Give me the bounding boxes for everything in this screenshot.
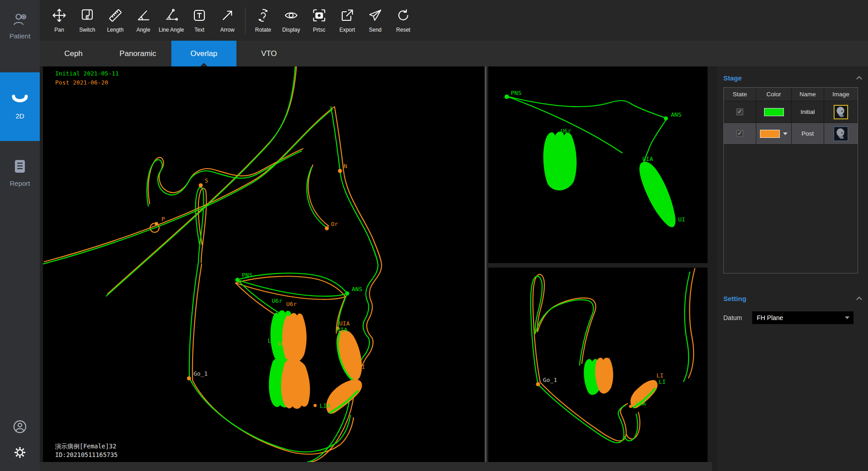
ruler-icon	[108, 8, 123, 24]
paper-plane-icon	[368, 8, 382, 24]
left-sidebar: Patient 2D Report	[0, 0, 40, 471]
landmark-label-s: S	[205, 177, 208, 184]
mandible-viewport[interactable]: Go_1 L6d LI LI LIA	[488, 268, 708, 462]
column-header-name: Name	[792, 88, 824, 101]
reset-icon	[396, 8, 410, 24]
switch-button[interactable]: Switch	[73, 3, 101, 38]
prtsc-button[interactable]: Prtsc	[305, 3, 333, 38]
user-account-button[interactable]	[0, 419, 40, 436]
setting-collapse-chevron-icon[interactable]	[857, 296, 862, 301]
initial-ceph-thumbnail[interactable]	[834, 105, 848, 119]
landmark-label-l6d-initial: L6d	[268, 337, 278, 344]
reset-label: Reset	[396, 27, 410, 33]
datum-label: Datum	[723, 314, 752, 321]
legend-initial: Initial 2021-05-11	[55, 70, 119, 77]
post-color-swatch[interactable]	[760, 130, 780, 138]
sidebar-item-2d[interactable]: 2D	[0, 72, 40, 141]
legend-post: Post 2021-06-20	[55, 79, 108, 86]
viewport-splitter[interactable]	[485, 66, 486, 462]
reset-button[interactable]: Reset	[389, 3, 417, 38]
rotate-button[interactable]: Rotate	[249, 3, 277, 38]
landmark-label-lia: LIA	[320, 402, 330, 409]
initial-color-swatch[interactable]	[764, 108, 784, 116]
landmark-label-go1: Go_1	[193, 370, 208, 377]
sidebar-item-label: 2D	[15, 112, 24, 120]
active-tab-notch	[200, 63, 208, 66]
settings-button[interactable]	[0, 445, 40, 462]
sidebar-item-report[interactable]: Report	[0, 159, 40, 200]
landmark-label-l6d-post: L6d	[278, 340, 288, 347]
main-overlay-viewport[interactable]: Initial 2021-05-11 Post 2021-06-20 S P N…	[43, 66, 484, 462]
landmark-label-ans: ANS	[352, 286, 362, 292]
landmark-label-li-post: LI	[656, 372, 664, 379]
landmark-label-u6r-post: U6r	[286, 301, 297, 307]
display-button[interactable]: Display	[277, 3, 305, 38]
stage-title: Stage	[723, 74, 742, 82]
app-window: Patient 2D Report	[0, 0, 868, 471]
landmark-label-uia: UIA	[642, 155, 653, 162]
tab-ceph[interactable]: Ceph	[50, 41, 97, 66]
maxilla-tracing: PNS ANS U6r UIA UI	[488, 66, 708, 263]
sidebar-item-label: Report	[9, 179, 30, 187]
length-button[interactable]: Length	[101, 3, 129, 38]
paint-roller-icon	[80, 8, 94, 24]
text-label: Text	[194, 27, 204, 33]
column-header-state: State	[724, 88, 756, 101]
arrow-label: Arrow	[220, 27, 234, 33]
stage-row-post[interactable]: Post	[724, 123, 858, 145]
display-label: Display	[282, 27, 300, 33]
landmark-label-u6r: U6r	[561, 127, 571, 134]
pan-button[interactable]: Pan	[45, 3, 73, 38]
datum-selected-value: FH Plane	[757, 314, 783, 321]
landmark-label-l6d: L6d	[599, 357, 610, 364]
export-button[interactable]: Export	[333, 3, 361, 38]
arrow-icon	[220, 8, 235, 24]
post-ceph-thumbnail[interactable]	[834, 127, 848, 141]
tab-vto[interactable]: VTO	[244, 41, 294, 66]
rotate-label: Rotate	[255, 27, 271, 33]
text-icon	[192, 8, 207, 24]
landmark-label-ui: UI	[358, 363, 365, 370]
post-visibility-checkbox[interactable]	[736, 130, 743, 137]
landmark-label-ui: UI	[678, 216, 685, 223]
sidebar-item-label: Patient	[9, 32, 31, 40]
export-label: Export	[340, 27, 355, 33]
tab-overlap[interactable]: Overlap	[171, 41, 236, 66]
angle-button[interactable]: Angle	[129, 3, 157, 38]
stage-name: Post	[792, 123, 824, 145]
dental-arch-icon	[10, 94, 30, 109]
landmark-label-uia-initial: UIA	[337, 326, 348, 333]
initial-visibility-checkbox[interactable]	[736, 108, 743, 115]
ceph-overlay-tracing: Initial 2021-05-11 Post 2021-06-20 S P N…	[43, 66, 484, 462]
toolbar: Pan Switch Length Angle Line Angle Text …	[40, 0, 868, 41]
dropdown-caret-icon	[845, 316, 849, 319]
datum-select[interactable]: FH Plane	[752, 311, 854, 324]
maxilla-viewport[interactable]: PNS ANS U6r UIA UI	[488, 66, 708, 263]
arrow-button[interactable]: Arrow	[213, 3, 241, 38]
report-document-icon	[13, 159, 27, 176]
tab-panoramic[interactable]: Panoramic	[107, 41, 169, 66]
send-button[interactable]: Send	[361, 3, 389, 38]
landmark-label-ans: ANS	[671, 111, 681, 118]
landmark-label-lia: LIA	[635, 400, 646, 407]
line-angle-label: Line Angle	[159, 27, 184, 33]
landmark-label-p: P	[161, 216, 165, 222]
stage-section-header: Stage	[723, 72, 862, 84]
patient-info-line2: ID:20210511165735	[55, 451, 118, 458]
line-angle-button[interactable]: Line Angle	[157, 3, 185, 38]
column-header-color: Color	[756, 88, 792, 101]
send-label: Send	[369, 27, 382, 33]
text-button[interactable]: Text	[185, 3, 213, 38]
color-dropdown-caret-icon[interactable]	[783, 132, 788, 135]
column-header-image: Image	[824, 88, 858, 101]
bottom-strip	[40, 462, 712, 471]
stage-row-initial[interactable]: Initial	[724, 101, 858, 123]
stage-table-header: State Color Name Image	[724, 88, 858, 101]
landmark-label-li-initial: LI	[659, 378, 666, 385]
eye-icon	[284, 8, 298, 24]
sidebar-item-patient[interactable]: Patient	[0, 13, 40, 52]
content-area: Initial 2021-05-11 Post 2021-06-20 S P N…	[40, 66, 868, 471]
stage-collapse-chevron-icon[interactable]	[857, 75, 862, 80]
line-angle-icon	[164, 8, 179, 24]
export-icon	[340, 8, 354, 24]
